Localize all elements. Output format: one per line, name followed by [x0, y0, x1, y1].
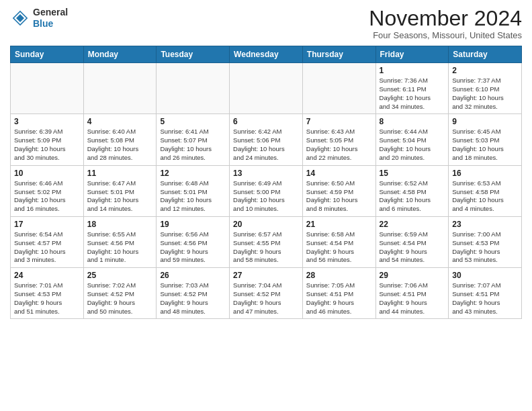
calendar-cell: 26Sunrise: 7:03 AM Sunset: 4:52 PM Dayli… — [157, 268, 230, 319]
day-info: Sunrise: 7:00 AM Sunset: 4:53 PM Dayligh… — [452, 230, 518, 265]
day-info: Sunrise: 7:06 AM Sunset: 4:51 PM Dayligh… — [380, 281, 445, 316]
calendar-cell: 16Sunrise: 6:53 AM Sunset: 4:58 PM Dayli… — [449, 165, 522, 216]
logo-blue: Blue — [33, 18, 68, 30]
week-row-1: 1Sunrise: 7:36 AM Sunset: 6:11 PM Daylig… — [11, 63, 522, 114]
logo-text: General Blue — [33, 7, 68, 30]
calendar-cell: 5Sunrise: 6:41 AM Sunset: 5:07 PM Daylig… — [157, 114, 230, 165]
day-info: Sunrise: 7:07 AM Sunset: 4:51 PM Dayligh… — [452, 281, 518, 316]
day-info: Sunrise: 7:01 AM Sunset: 4:53 PM Dayligh… — [14, 281, 80, 316]
day-number: 6 — [233, 117, 299, 126]
day-number: 29 — [380, 271, 445, 280]
day-info: Sunrise: 6:43 AM Sunset: 5:05 PM Dayligh… — [306, 128, 372, 162]
calendar-cell: 9Sunrise: 6:45 AM Sunset: 5:03 PM Daylig… — [449, 114, 522, 165]
day-number: 5 — [160, 117, 226, 126]
day-info: Sunrise: 7:36 AM Sunset: 6:11 PM Dayligh… — [380, 77, 445, 111]
calendar-cell: 8Sunrise: 6:44 AM Sunset: 5:04 PM Daylig… — [375, 114, 449, 165]
calendar-cell: 15Sunrise: 6:52 AM Sunset: 4:58 PM Dayli… — [375, 165, 449, 216]
calendar-cell: 27Sunrise: 7:04 AM Sunset: 4:52 PM Dayli… — [230, 268, 303, 319]
calendar-cell — [230, 63, 303, 114]
weekday-header-thursday: Thursday — [302, 46, 375, 63]
calendar-cell: 3Sunrise: 6:39 AM Sunset: 5:09 PM Daylig… — [11, 114, 84, 165]
weekday-header-row: SundayMondayTuesdayWednesdayThursdayFrid… — [11, 46, 522, 63]
day-number: 2 — [452, 66, 518, 75]
calendar-cell: 25Sunrise: 7:02 AM Sunset: 4:52 PM Dayli… — [83, 268, 157, 319]
location-subtitle: Four Seasons, Missouri, United States — [369, 30, 522, 40]
day-number: 27 — [233, 271, 299, 280]
calendar-cell: 12Sunrise: 6:48 AM Sunset: 5:01 PM Dayli… — [157, 165, 230, 216]
day-info: Sunrise: 6:56 AM Sunset: 4:56 PM Dayligh… — [160, 230, 226, 265]
day-number: 22 — [380, 220, 445, 229]
weekday-header-sunday: Sunday — [11, 46, 84, 63]
calendar-cell: 1Sunrise: 7:36 AM Sunset: 6:11 PM Daylig… — [375, 63, 449, 114]
day-info: Sunrise: 6:53 AM Sunset: 4:58 PM Dayligh… — [452, 179, 518, 214]
day-number: 20 — [233, 220, 299, 229]
day-number: 4 — [87, 117, 153, 126]
day-number: 16 — [452, 169, 518, 178]
weekday-header-monday: Monday — [83, 46, 157, 63]
day-number: 30 — [452, 271, 518, 280]
logo: General Blue — [10, 7, 68, 30]
calendar-cell: 23Sunrise: 7:00 AM Sunset: 4:53 PM Dayli… — [449, 216, 522, 267]
day-info: Sunrise: 6:45 AM Sunset: 5:03 PM Dayligh… — [452, 128, 518, 162]
day-number: 23 — [452, 220, 518, 229]
day-number: 28 — [306, 271, 372, 280]
calendar-cell: 24Sunrise: 7:01 AM Sunset: 4:53 PM Dayli… — [11, 268, 84, 319]
day-info: Sunrise: 6:59 AM Sunset: 4:54 PM Dayligh… — [380, 230, 445, 265]
calendar-cell: 10Sunrise: 6:46 AM Sunset: 5:02 PM Dayli… — [11, 165, 84, 216]
day-number: 19 — [160, 220, 226, 229]
day-info: Sunrise: 6:47 AM Sunset: 5:01 PM Dayligh… — [87, 179, 153, 214]
day-info: Sunrise: 7:04 AM Sunset: 4:52 PM Dayligh… — [233, 281, 299, 316]
week-row-2: 3Sunrise: 6:39 AM Sunset: 5:09 PM Daylig… — [11, 114, 522, 165]
title-area: November 2024 Four Seasons, Missouri, Un… — [369, 7, 522, 40]
page: General Blue November 2024 Four Seasons,… — [0, 0, 532, 411]
day-info: Sunrise: 6:57 AM Sunset: 4:55 PM Dayligh… — [233, 230, 299, 265]
day-info: Sunrise: 6:49 AM Sunset: 5:00 PM Dayligh… — [233, 179, 299, 214]
calendar-cell: 21Sunrise: 6:58 AM Sunset: 4:54 PM Dayli… — [302, 216, 375, 267]
day-info: Sunrise: 6:54 AM Sunset: 4:57 PM Dayligh… — [14, 230, 80, 265]
calendar-cell: 17Sunrise: 6:54 AM Sunset: 4:57 PM Dayli… — [11, 216, 84, 267]
calendar-cell: 6Sunrise: 6:42 AM Sunset: 5:06 PM Daylig… — [230, 114, 303, 165]
calendar-cell: 29Sunrise: 7:06 AM Sunset: 4:51 PM Dayli… — [375, 268, 449, 319]
day-info: Sunrise: 6:55 AM Sunset: 4:56 PM Dayligh… — [87, 230, 153, 265]
day-number: 10 — [14, 169, 80, 178]
month-title: November 2024 — [369, 7, 522, 30]
day-info: Sunrise: 7:37 AM Sunset: 6:10 PM Dayligh… — [452, 77, 518, 111]
day-number: 1 — [380, 66, 445, 75]
day-number: 26 — [160, 271, 226, 280]
calendar-cell: 22Sunrise: 6:59 AM Sunset: 4:54 PM Dayli… — [375, 216, 449, 267]
weekday-header-wednesday: Wednesday — [230, 46, 303, 63]
logo-icon — [10, 8, 30, 28]
day-number: 24 — [14, 271, 80, 280]
day-number: 18 — [87, 220, 153, 229]
day-info: Sunrise: 6:52 AM Sunset: 4:58 PM Dayligh… — [380, 179, 445, 214]
day-info: Sunrise: 6:41 AM Sunset: 5:07 PM Dayligh… — [160, 128, 226, 162]
day-info: Sunrise: 7:05 AM Sunset: 4:51 PM Dayligh… — [306, 281, 372, 316]
day-info: Sunrise: 7:03 AM Sunset: 4:52 PM Dayligh… — [160, 281, 226, 316]
day-number: 17 — [14, 220, 80, 229]
day-info: Sunrise: 6:44 AM Sunset: 5:04 PM Dayligh… — [380, 128, 445, 162]
day-number: 11 — [87, 169, 153, 178]
calendar-cell: 20Sunrise: 6:57 AM Sunset: 4:55 PM Dayli… — [230, 216, 303, 267]
day-number: 21 — [306, 220, 372, 229]
day-info: Sunrise: 7:02 AM Sunset: 4:52 PM Dayligh… — [87, 281, 153, 316]
calendar-cell: 14Sunrise: 6:50 AM Sunset: 4:59 PM Dayli… — [302, 165, 375, 216]
week-row-3: 10Sunrise: 6:46 AM Sunset: 5:02 PM Dayli… — [11, 165, 522, 216]
day-info: Sunrise: 6:46 AM Sunset: 5:02 PM Dayligh… — [14, 179, 80, 214]
day-info: Sunrise: 6:48 AM Sunset: 5:01 PM Dayligh… — [160, 179, 226, 214]
logo-general: General — [33, 7, 68, 18]
day-info: Sunrise: 6:39 AM Sunset: 5:09 PM Dayligh… — [14, 128, 80, 162]
calendar-cell: 28Sunrise: 7:05 AM Sunset: 4:51 PM Dayli… — [302, 268, 375, 319]
calendar-cell — [11, 63, 84, 114]
week-row-5: 24Sunrise: 7:01 AM Sunset: 4:53 PM Dayli… — [11, 268, 522, 319]
week-row-4: 17Sunrise: 6:54 AM Sunset: 4:57 PM Dayli… — [11, 216, 522, 267]
calendar-cell — [157, 63, 230, 114]
day-number: 8 — [380, 117, 445, 126]
day-info: Sunrise: 6:58 AM Sunset: 4:54 PM Dayligh… — [306, 230, 372, 265]
day-number: 12 — [160, 169, 226, 178]
weekday-header-friday: Friday — [375, 46, 449, 63]
calendar-table: SundayMondayTuesdayWednesdayThursdayFrid… — [10, 46, 522, 319]
day-info: Sunrise: 6:50 AM Sunset: 4:59 PM Dayligh… — [306, 179, 372, 214]
calendar-cell: 13Sunrise: 6:49 AM Sunset: 5:00 PM Dayli… — [230, 165, 303, 216]
calendar-cell: 18Sunrise: 6:55 AM Sunset: 4:56 PM Dayli… — [83, 216, 157, 267]
day-info: Sunrise: 6:40 AM Sunset: 5:08 PM Dayligh… — [87, 128, 153, 162]
